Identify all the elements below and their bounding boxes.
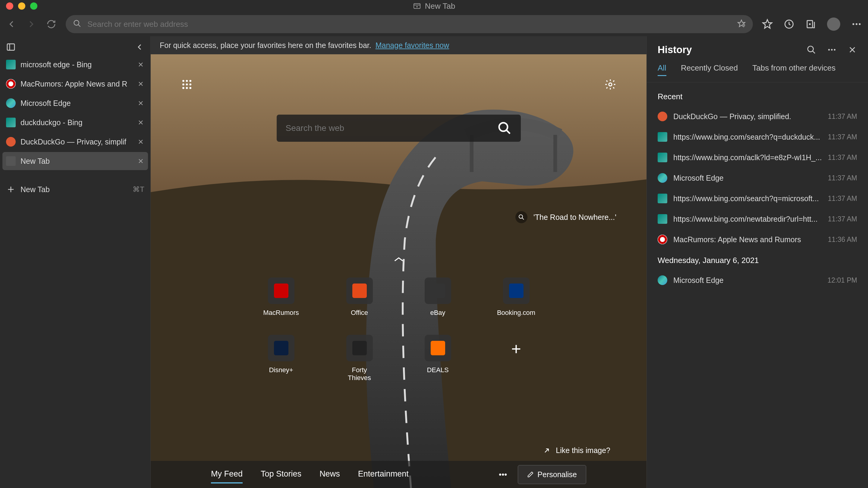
- like-image-prompt: Like this image?: [542, 446, 610, 455]
- history-item[interactable]: https://www.bing.com/search?q=microsoft.…: [647, 188, 868, 209]
- quicklink-label: Office: [351, 309, 368, 317]
- history-tab[interactable]: All: [658, 63, 666, 76]
- search-submit-icon[interactable]: [497, 121, 512, 136]
- expand-icon[interactable]: [542, 447, 551, 455]
- tab-item[interactable]: MacRumors: Apple News and R: [2, 75, 148, 93]
- svg-point-24: [808, 46, 813, 52]
- history-item[interactable]: MacRumors: Apple News and Rumors 11:36 A…: [647, 229, 868, 250]
- history-tab[interactable]: Tabs from other devices: [752, 63, 835, 76]
- svg-point-22: [499, 123, 507, 131]
- quicklink-item[interactable]: eBay: [418, 278, 458, 317]
- tab-item[interactable]: DuckDuckGo — Privacy, simplif: [2, 133, 148, 151]
- history-favicon: [658, 235, 667, 244]
- tab-close-icon[interactable]: [137, 99, 144, 107]
- history-tab[interactable]: Recently Closed: [681, 63, 738, 76]
- history-favicon: [658, 153, 667, 162]
- window-maximize-button[interactable]: [30, 2, 37, 10]
- history-item[interactable]: https://www.bing.com/aclk?ld=e8zP-wI1H_.…: [647, 147, 868, 168]
- feed-tab[interactable]: My Feed: [211, 466, 243, 484]
- tab-item[interactable]: microsoft edge - Bing: [2, 56, 148, 74]
- tab-item[interactable]: Microsoft Edge: [2, 94, 148, 112]
- tab-close-icon[interactable]: [137, 119, 144, 126]
- quicklink-item[interactable]: Forty Thieves: [340, 335, 379, 382]
- history-icon[interactable]: [784, 19, 795, 30]
- tabs-panel-icon[interactable]: [6, 42, 16, 52]
- reload-button[interactable]: [46, 19, 57, 30]
- history-item[interactable]: Microsoft Edge 12:01 PM: [647, 270, 868, 290]
- tab-title: duckduckgo - Bing: [21, 118, 132, 127]
- svg-point-17: [189, 84, 191, 86]
- tab-item[interactable]: New Tab: [2, 152, 148, 170]
- address-input[interactable]: [87, 20, 731, 29]
- web-search-box[interactable]: [277, 115, 521, 142]
- vertical-tabs-sidebar: microsoft edge - Bing MacRumors: Apple N…: [0, 36, 151, 488]
- history-favicon: [658, 132, 667, 142]
- new-tab-button[interactable]: New Tab ⌘T: [2, 180, 148, 198]
- collapse-quicklinks-icon[interactable]: [393, 256, 405, 264]
- address-bar[interactable]: [66, 15, 753, 33]
- forward-button[interactable]: [26, 19, 37, 30]
- tab-favicon: [6, 60, 16, 69]
- quicklink-label: Booking.com: [497, 309, 535, 317]
- web-search-input[interactable]: [286, 123, 491, 133]
- feed-tab[interactable]: News: [319, 466, 340, 484]
- tab-close-icon[interactable]: [137, 157, 144, 165]
- profile-avatar[interactable]: [827, 18, 840, 31]
- history-item[interactable]: https://www.bing.com/search?q=duckduck..…: [647, 127, 868, 147]
- quick-links: MacRumors Office eBay Booking.com Disney…: [261, 278, 536, 400]
- favorites-icon[interactable]: [762, 19, 773, 30]
- newtab-shortcut: ⌘T: [133, 185, 144, 194]
- page-settings-icon[interactable]: [604, 79, 616, 90]
- tab-title: Microsoft Edge: [21, 99, 132, 108]
- history-more-icon[interactable]: [827, 45, 837, 55]
- history-item[interactable]: https://www.bing.com/newtabredir?url=htt…: [647, 209, 868, 229]
- tab-close-icon[interactable]: [137, 80, 144, 87]
- history-item-time: 12:01 PM: [828, 276, 857, 284]
- tab-item[interactable]: duckduckgo - Bing: [2, 113, 148, 132]
- history-item[interactable]: DuckDuckGo — Privacy, simplified. 11:37 …: [647, 106, 868, 127]
- svg-point-14: [189, 80, 191, 82]
- favbar-text: For quick access, place your favorites h…: [160, 41, 371, 50]
- quicklink-item[interactable]: Disney+: [261, 335, 301, 382]
- image-search-icon[interactable]: [516, 211, 527, 223]
- history-item[interactable]: Microsoft Edge 11:37 AM: [647, 168, 868, 188]
- manage-favorites-link[interactable]: Manage favorites now: [375, 41, 450, 50]
- tab-title: microsoft edge - Bing: [21, 60, 132, 69]
- tab-title: DuckDuckGo — Privacy, simplif: [21, 138, 132, 146]
- back-button[interactable]: [6, 19, 17, 30]
- tab-favicon: [6, 156, 16, 166]
- quicklink-label: Disney+: [269, 366, 293, 374]
- favorites-bar: For quick access, place your favorites h…: [151, 36, 647, 54]
- quicklink-item[interactable]: MacRumors: [261, 278, 301, 317]
- history-close-icon[interactable]: [847, 45, 857, 55]
- menu-icon[interactable]: [851, 19, 862, 30]
- quicklink-item[interactable]: Booking.com: [497, 278, 536, 317]
- history-item-title: https://www.bing.com/aclk?ld=e8zP-wI1H_.…: [673, 153, 822, 162]
- svg-point-13: [186, 80, 188, 82]
- history-item-time: 11:37 AM: [828, 174, 857, 182]
- favorite-star-icon[interactable]: [737, 19, 746, 29]
- window-close-button[interactable]: [6, 2, 13, 10]
- quicklink-item[interactable]: Office: [340, 278, 379, 317]
- feed-tab[interactable]: Top Stories: [261, 466, 301, 484]
- quicklink-label: MacRumors: [263, 309, 299, 317]
- tab-title: MacRumors: Apple News and R: [21, 80, 132, 88]
- history-search-icon[interactable]: [807, 45, 816, 55]
- collections-icon[interactable]: [805, 19, 816, 30]
- app-launcher-icon[interactable]: [181, 79, 193, 90]
- quicklink-item[interactable]: DEALS: [418, 335, 458, 382]
- tab-close-icon[interactable]: [137, 138, 144, 145]
- personalise-button[interactable]: Personalise: [518, 465, 586, 484]
- quicklink-icon: [274, 284, 288, 298]
- history-section-title: Recent: [647, 86, 868, 106]
- tab-close-icon[interactable]: [137, 61, 144, 68]
- window-minimize-button[interactable]: [18, 2, 25, 10]
- feed-tab[interactable]: Entertainment: [358, 466, 409, 484]
- quicklink-icon: [431, 284, 445, 298]
- history-item-time: 11:36 AM: [828, 235, 857, 244]
- collapse-sidebar-icon[interactable]: [135, 42, 144, 52]
- tab-favicon: [6, 79, 16, 89]
- feed-more-icon[interactable]: •••: [499, 470, 507, 479]
- add-quicklink-button[interactable]: +: [497, 335, 536, 382]
- history-panel: History AllRecently ClosedTabs from othe…: [647, 36, 868, 488]
